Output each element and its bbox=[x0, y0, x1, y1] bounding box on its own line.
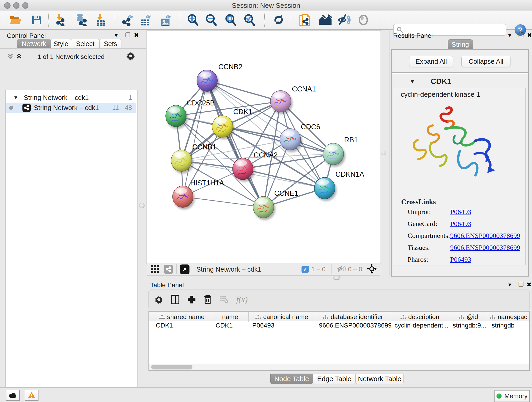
save-icon[interactable] bbox=[30, 13, 43, 27]
cloud-button[interactable] bbox=[6, 390, 20, 401]
zoom-out-icon[interactable] bbox=[205, 13, 218, 27]
delete-column-icon[interactable] bbox=[204, 295, 211, 304]
zoom-in-icon[interactable] bbox=[186, 13, 200, 27]
table-cell[interactable]: cyclin-dependent ... bbox=[391, 321, 449, 330]
function-builder-icon: f(x) bbox=[236, 295, 248, 304]
clone-network-icon[interactable] bbox=[298, 13, 311, 27]
network-node[interactable]: CDKN1A bbox=[314, 170, 364, 201]
network-edge[interactable] bbox=[243, 169, 325, 188]
panel-float-icon[interactable]: ❐ bbox=[125, 32, 130, 38]
eye-icon[interactable] bbox=[357, 13, 370, 27]
network-node[interactable]: CCNA1 bbox=[270, 85, 316, 114]
panel-menu-icon[interactable]: ▼ bbox=[114, 33, 119, 38]
zoom-fit-icon[interactable] bbox=[224, 13, 237, 27]
crosslink-label: Compartments: bbox=[408, 232, 450, 240]
show-columns-icon[interactable] bbox=[171, 295, 179, 304]
table-cell[interactable]: 9606.ENSP00000378699 bbox=[315, 321, 391, 330]
panel-close-icon[interactable]: ✖ bbox=[134, 32, 139, 38]
table-gear-icon[interactable] bbox=[154, 295, 163, 304]
selected-checkbox-icon[interactable]: ✓ bbox=[302, 266, 309, 273]
export-table-icon[interactable] bbox=[139, 13, 152, 27]
table-cell[interactable]: stringdb:9... bbox=[449, 321, 488, 330]
network-options-gear-icon[interactable] bbox=[126, 51, 135, 61]
pan-crosshair-icon[interactable] bbox=[367, 264, 377, 275]
collapse-all-button[interactable]: Collapse All bbox=[462, 56, 510, 67]
home-icon[interactable] bbox=[319, 13, 332, 27]
table-tab-node-table[interactable]: Node Table bbox=[270, 374, 313, 384]
import-table-icon[interactable] bbox=[94, 13, 107, 27]
column-header[interactable]: namespac bbox=[488, 313, 529, 322]
export-image-icon[interactable] bbox=[159, 13, 172, 27]
table-panel-close-icon[interactable]: ✖ bbox=[526, 281, 532, 287]
expand-all-tree-icon[interactable] bbox=[6, 52, 14, 61]
network-row[interactable]: String Network – cdk1 11 48 bbox=[6, 103, 136, 113]
column-header[interactable]: shared name bbox=[152, 313, 212, 322]
import-network-icon[interactable] bbox=[53, 13, 66, 27]
table-panel-float-icon[interactable]: ❐ bbox=[518, 281, 524, 287]
column-header[interactable]: database identifier bbox=[315, 313, 391, 322]
column-header[interactable]: canonical name bbox=[249, 313, 315, 322]
network-edge[interactable] bbox=[183, 197, 264, 207]
expand-all-button[interactable]: Expand All bbox=[409, 56, 453, 67]
open-in-window-icon[interactable] bbox=[180, 264, 190, 274]
crosslink-link[interactable]: 9606.ENSP00000378699 bbox=[450, 232, 520, 239]
node-label: CDKN1A bbox=[336, 170, 364, 178]
crosslink-link[interactable]: P06493 bbox=[450, 220, 471, 227]
network-canvas[interactable]: CCNB2CCNA1CDC25BCDK1CDC6RB1CCNB1CCNA2CDK… bbox=[147, 30, 381, 263]
network-graph: CCNB2CCNA1CDC25BCDK1CDC6RB1CCNB1CCNA2CDK… bbox=[147, 31, 380, 262]
column-header[interactable]: description bbox=[391, 313, 449, 322]
table-cell[interactable]: stringdb bbox=[488, 321, 529, 330]
table-cell[interactable]: CDK1 bbox=[212, 321, 249, 330]
crosslink-link[interactable]: P06493 bbox=[450, 208, 471, 216]
crosslink-link[interactable]: 9606.ENSP00000378699 bbox=[450, 244, 520, 251]
table-tab-edge-table[interactable]: Edge Table bbox=[313, 374, 355, 384]
collapse-all-tree-icon[interactable] bbox=[15, 52, 23, 61]
entry-expander-icon[interactable]: ▼ bbox=[410, 78, 415, 85]
column-header-label: canonical name bbox=[263, 313, 308, 321]
network-node[interactable]: RB1 bbox=[323, 136, 358, 167]
results-close-icon[interactable]: ✖ bbox=[527, 32, 532, 38]
tab-style[interactable]: Style bbox=[51, 39, 71, 49]
results-buttons-box: Expand All Collapse All bbox=[391, 49, 529, 73]
memory-button[interactable]: Memory bbox=[494, 390, 530, 402]
left-splitter-handle[interactable] bbox=[139, 203, 145, 208]
edge-count: 48 bbox=[125, 104, 132, 111]
results-entry-box: ▼ CDK1 cyclin-dependent kinase 1 bbox=[391, 73, 529, 277]
network-tree: ▼ String Network – cdk1 1 String Network… bbox=[6, 90, 138, 402]
open-folder-icon[interactable] bbox=[9, 13, 22, 27]
tab-select[interactable]: Select bbox=[71, 39, 99, 49]
column-header[interactable]: @id bbox=[449, 313, 488, 322]
window-title: Session: New Session bbox=[0, 2, 532, 9]
grid-view-icon[interactable] bbox=[151, 264, 160, 274]
results-float-icon[interactable]: ❐ bbox=[518, 32, 524, 38]
tab-network[interactable]: Network bbox=[17, 39, 51, 49]
right-splitter-handle[interactable] bbox=[381, 150, 386, 155]
network-node[interactable]: CCNE1 bbox=[253, 189, 298, 220]
table-cell[interactable]: CDK1 bbox=[152, 321, 212, 330]
table-panel-menu-icon[interactable]: ▼ bbox=[507, 282, 512, 287]
results-menu-icon[interactable]: ▼ bbox=[507, 33, 512, 38]
network-collection-row[interactable]: ▼ String Network – cdk1 1 bbox=[6, 93, 136, 103]
tree-expander-icon[interactable]: ▼ bbox=[13, 95, 18, 101]
table-tab-network-table[interactable]: Network Table bbox=[355, 374, 404, 384]
current-network-dot-icon bbox=[9, 106, 13, 110]
hidden-node-edge-counts: 0 – 0 bbox=[348, 266, 362, 273]
table-cell[interactable]: P06493 bbox=[249, 321, 315, 330]
zoom-selected-icon[interactable] bbox=[243, 13, 256, 27]
warning-button[interactable] bbox=[25, 390, 38, 401]
add-column-icon[interactable] bbox=[187, 295, 196, 304]
crosslink-label: Uniprot: bbox=[408, 208, 450, 216]
tab-string[interactable]: String bbox=[448, 39, 473, 50]
scrollbar-thumb[interactable] bbox=[151, 365, 192, 370]
show-hide-icon[interactable] bbox=[337, 13, 351, 27]
network-share-icon[interactable] bbox=[164, 265, 173, 274]
refresh-icon[interactable] bbox=[272, 13, 285, 27]
network-node[interactable]: HIST1H1A bbox=[172, 179, 224, 210]
column-header[interactable]: name bbox=[212, 313, 249, 322]
table-horizontal-scrollbar[interactable] bbox=[149, 364, 529, 370]
import-database-icon[interactable] bbox=[74, 13, 87, 27]
crosslink-link[interactable]: P06493 bbox=[450, 255, 471, 263]
table-header-row: shared namenamecanonical namedatabase id… bbox=[149, 312, 529, 321]
export-network-icon[interactable] bbox=[121, 13, 134, 27]
tab-sets[interactable]: Sets bbox=[99, 39, 121, 49]
